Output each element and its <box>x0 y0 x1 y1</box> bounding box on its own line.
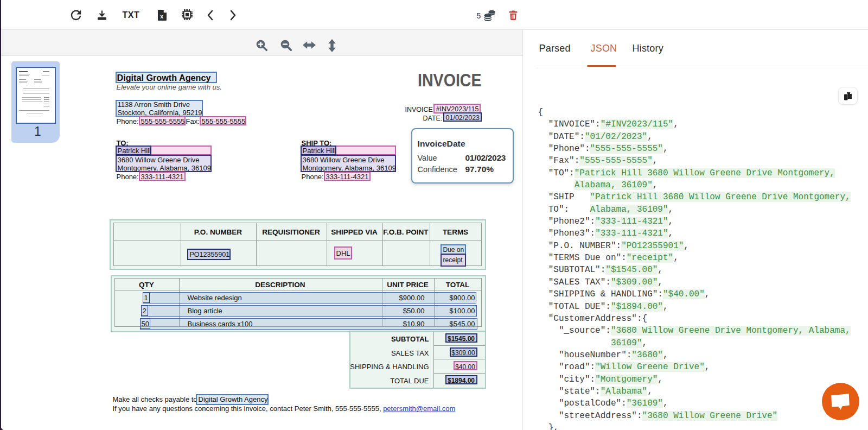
svg-text:x: x <box>160 13 163 20</box>
